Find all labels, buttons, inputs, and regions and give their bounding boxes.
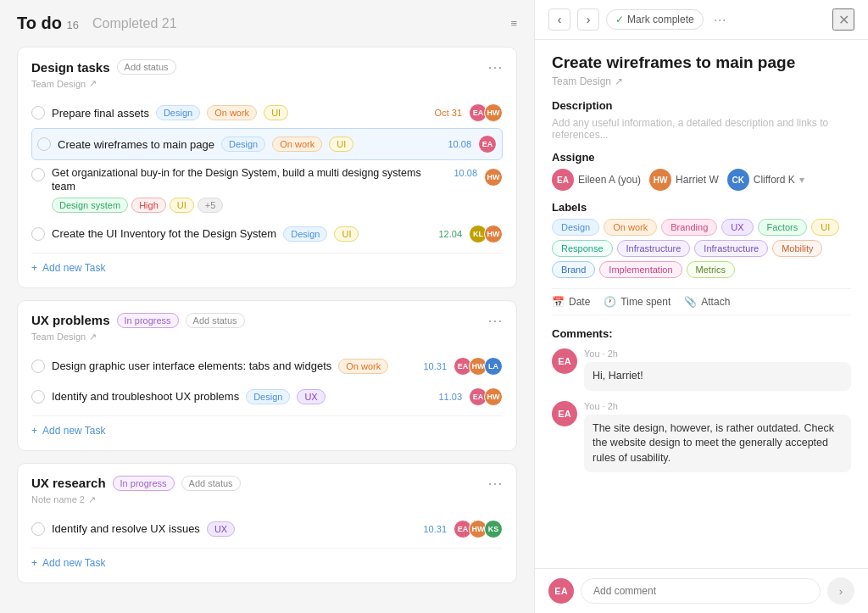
label-tag[interactable]: Factors [758,219,808,236]
label-tag[interactable]: Branding [661,219,717,236]
group-subtitle-design: Team Design ↗ [31,78,503,89]
share-icon: ↗ [88,494,96,505]
calendar-icon: 📅 [552,296,565,308]
comment-meta: You · 2h [584,401,851,411]
task-checkbox[interactable] [31,168,45,181]
tag-design: Design [221,137,265,152]
task-row[interactable]: Design graphic user interface elements: … [31,351,503,382]
label-tag[interactable]: Infrastructure [694,240,768,257]
label-tag[interactable]: Infrastructure [617,240,691,257]
task-date: 12.04 [438,229,462,239]
comment-bubble: Hi, Harriet! [584,362,851,391]
group-ux-problems: UX problems In progress Add status ⋯ Tea… [17,300,517,451]
meta-attach[interactable]: 📎 Attach [684,296,730,308]
task-checkbox[interactable] [31,359,45,373]
group-design-tasks: Design tasks Add status ⋯ Team Design ↗ … [17,47,517,288]
task-title: Identify and troubleshoot UX problems [52,390,239,403]
task-checkbox[interactable] [31,106,45,120]
avatar: LA [484,357,503,376]
add-task-btn-design[interactable]: + Add new Task [31,257,503,276]
task-checkbox[interactable] [37,137,51,151]
task-row-selected[interactable]: Create wireframes to main page Design On… [31,128,503,160]
label-tag[interactable]: Response [552,240,613,257]
task-title: Design graphic user interface elements: … [52,359,331,372]
task-avatars: KL HW [469,225,503,243]
add-task-btn-ux[interactable]: + Add new Task [31,420,503,438]
dropdown-icon[interactable]: ▾ [799,174,804,186]
comment-body: You · 2h The site design, however, is ra… [584,401,851,473]
label-tag[interactable]: UI [811,219,839,236]
divider [31,415,503,416]
meta-time-spent[interactable]: 🕐 Time spent [604,296,670,308]
group-title-ux: UX problems [31,313,110,327]
tag-ui: UI [329,137,353,152]
comment-input-row: EA › [535,568,868,613]
comment-meta: You · 2h [584,348,851,359]
task-title: Prepare final assets [52,107,149,120]
task-row[interactable]: Prepare final assets Design On work UI O… [31,98,503,128]
prev-button[interactable]: ‹ [548,8,570,31]
comment-input[interactable] [581,578,821,604]
task-row[interactable]: Get organizational buy-in for the Design… [31,160,503,219]
description-label: Description [552,99,851,112]
completed-label: Completed 21 [92,16,177,31]
left-panel: To do 16 Completed 21 ≡ Design tasks Add… [0,0,534,613]
task-avatars: EA HW [469,103,503,122]
task-date: 10.08 [448,139,471,149]
group-more-design[interactable]: ⋯ [487,59,503,75]
labels-section: Design On work Branding UX Factors UI Re… [552,219,851,278]
assignee-name: Clifford K [754,174,795,186]
group-more-research[interactable]: ⋯ [487,476,503,491]
share-icon: ↗ [615,75,623,87]
tag-ui: UI [334,226,359,242]
comments-title: Comments: [552,327,851,340]
label-tag[interactable]: Design [552,219,599,236]
assignee-avatar: HW [649,169,671,191]
task-avatars: HW [484,168,503,187]
add-status-btn-research[interactable]: Add status [181,476,241,491]
label-tag[interactable]: Implementation [599,261,682,278]
label-tag[interactable]: On work [604,219,657,236]
group-title-research: UX research [31,476,106,490]
tag-design-system: Design system [52,198,128,213]
meta-date[interactable]: 📅 Date [552,296,590,308]
task-row[interactable]: Identify and troubleshoot UX problems De… [31,382,503,412]
tag-ui: UI [170,198,194,213]
task-checkbox[interactable] [31,227,45,241]
send-comment-button[interactable]: › [827,577,854,605]
task-avatars: EA HW LA [453,357,503,376]
next-button[interactable]: › [577,8,599,31]
task-checkbox[interactable] [31,390,45,404]
clock-icon: 🕐 [604,296,616,308]
tag-design: Design [156,105,200,120]
label-tag[interactable]: Brand [552,261,595,278]
task-row[interactable]: Create the UI Inventory fot the Design S… [31,219,503,249]
mark-complete-button[interactable]: ✓ Mark complete [606,9,704,30]
add-status-btn-design[interactable]: Add status [117,59,176,75]
add-task-btn-research[interactable]: + Add new Task [31,552,503,571]
description-placeholder[interactable]: Add any useful information, a detailed d… [552,117,851,141]
assignee-item: HW Harriet W [649,169,719,191]
task-checkbox[interactable] [31,522,45,536]
label-tag[interactable]: UX [721,219,753,236]
group-header-research: UX research In progress Add status ⋯ [31,476,503,491]
comment-item: EA You · 2h The site design, however, is… [552,401,851,473]
tag-onwork: On work [338,359,388,374]
group-ux-research: UX research In progress Add status ⋯ Not… [17,463,517,583]
label-tag[interactable]: Metrics [687,261,735,278]
group-more-ux[interactable]: ⋯ [487,313,503,328]
comment-bubble: The site design, however, is rather outd… [584,415,851,473]
task-avatars: EA HW KS [453,520,503,538]
comment-item: EA You · 2h Hi, Harriet! [552,348,851,391]
group-subtitle-ux: Team Design ↗ [31,332,503,343]
assignee-avatar: EA [552,169,574,191]
close-button[interactable]: ✕ [832,8,854,31]
task-date: 10.31 [423,524,447,534]
task-title: Create wireframes to main page [58,138,214,151]
comment-body: You · 2h Hi, Harriet! [584,348,851,391]
more-options-button[interactable]: ··· [714,11,726,29]
label-tag[interactable]: Mobility [772,240,822,257]
filter-icon[interactable]: ≡ [510,17,517,30]
task-row[interactable]: Identify and resolve UX issues UX 10.31 … [31,514,503,544]
add-status-btn-ux[interactable]: Add status [186,313,245,328]
